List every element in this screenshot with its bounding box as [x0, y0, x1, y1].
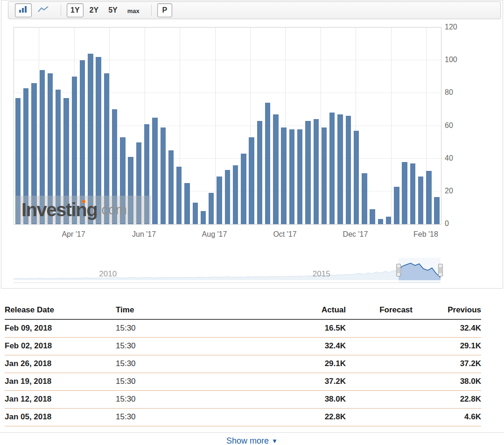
- table-header-row: Release DateTimeActualForecastPrevious: [5, 302, 481, 319]
- h-gridline: [14, 158, 441, 159]
- range-2y-button[interactable]: 2Y: [86, 3, 103, 17]
- y-axis-label: 120: [445, 23, 463, 31]
- bar[interactable]: [257, 121, 262, 224]
- bar[interactable]: [265, 103, 270, 224]
- bar[interactable]: [402, 162, 407, 224]
- y-axis-label: 60: [445, 121, 463, 130]
- bar[interactable]: [378, 219, 383, 224]
- bar[interactable]: [209, 193, 214, 224]
- bar[interactable]: [249, 137, 254, 224]
- x-axis-label: Dec '17: [334, 230, 376, 239]
- chart-toolbar: 1Y 2Y 5Y max P: [8, 1, 501, 19]
- bar[interactable]: [152, 118, 157, 224]
- bar[interactable]: [289, 129, 294, 224]
- bar[interactable]: [201, 211, 206, 224]
- cell-actual: 38.0K: [252, 391, 346, 409]
- y-axis-label: 20: [445, 187, 463, 195]
- y-axis-label: 0: [445, 219, 463, 228]
- bar[interactable]: [305, 121, 310, 224]
- cell-actual: 16.5K: [252, 319, 346, 338]
- bar[interactable]: [337, 114, 343, 224]
- bar[interactable]: [354, 131, 359, 224]
- toolbar-separator: [151, 5, 152, 16]
- range-1y-button[interactable]: 1Y: [67, 3, 84, 17]
- table-row: Jan 26, 201815:3029.1K37.2K: [5, 355, 481, 373]
- bar[interactable]: [161, 127, 166, 224]
- v-gridline: [215, 28, 216, 224]
- bar[interactable]: [184, 183, 189, 224]
- chart-type-line-button[interactable]: [34, 3, 53, 17]
- bar[interactable]: [362, 173, 367, 224]
- cell-previous: 32.4K: [413, 319, 481, 338]
- cell-previous: 29.1K: [413, 338, 481, 355]
- navigator-right-handle[interactable]: [438, 264, 443, 276]
- watermark-brand: Investing: [21, 200, 97, 219]
- bar[interactable]: [281, 127, 286, 224]
- show-more-label: Show more: [226, 436, 269, 445]
- cell-actual: 32.4K: [252, 338, 346, 355]
- table-row: Jan 12, 201815:3038.0K22.8K: [5, 391, 481, 409]
- show-more-button[interactable]: Show more ▼: [0, 432, 504, 445]
- toolbar-separator: [61, 5, 61, 16]
- cell-release-date: Feb 02, 2018: [5, 338, 116, 355]
- cell-release-date: Jan 05, 2018: [5, 409, 116, 426]
- watermark-suffix: .com: [98, 202, 127, 218]
- bar[interactable]: [370, 209, 375, 224]
- bar[interactable]: [418, 177, 423, 224]
- bar[interactable]: [329, 113, 335, 224]
- bar[interactable]: [386, 217, 391, 224]
- y-axis-label: 40: [445, 154, 463, 162]
- cell-release-date: Jan 12, 2018: [5, 391, 116, 409]
- bar[interactable]: [410, 163, 415, 225]
- bar[interactable]: [217, 177, 222, 224]
- cell-forecast: [346, 319, 413, 338]
- range-5y-button[interactable]: 5Y: [105, 3, 121, 17]
- navigator[interactable]: 20102015: [14, 258, 441, 283]
- cell-time: 15:30: [116, 355, 252, 373]
- x-axis-label: Jun '17: [123, 230, 165, 239]
- bar[interactable]: [176, 167, 182, 224]
- cell-previous: 37.2K: [413, 355, 481, 373]
- bar[interactable]: [322, 127, 327, 224]
- bar[interactable]: [434, 197, 439, 224]
- bar[interactable]: [426, 171, 431, 224]
- bar[interactable]: [394, 187, 399, 224]
- bar[interactable]: [297, 129, 302, 224]
- cell-time: 15:30: [116, 373, 252, 391]
- navigator-mini-chart: [14, 258, 441, 283]
- cell-time: 15:30: [116, 338, 252, 355]
- cell-actual: 37.2K: [252, 373, 346, 391]
- bar[interactable]: [168, 150, 174, 224]
- v-gridline: [391, 28, 392, 224]
- history-table: Release DateTimeActualForecastPreviousFe…: [5, 302, 481, 426]
- chart-type-bar-button[interactable]: [15, 3, 32, 17]
- x-axis-label: Apr '17: [53, 230, 95, 239]
- table-row: Feb 09, 201815:3016.5K32.4K: [5, 319, 481, 338]
- bar[interactable]: [193, 203, 198, 224]
- bar[interactable]: [314, 119, 319, 224]
- range-max-button[interactable]: max: [124, 3, 143, 17]
- h-gridline: [14, 126, 441, 126]
- cell-release-date: Jan 19, 2018: [5, 373, 116, 391]
- cell-forecast: [346, 373, 413, 391]
- column-header-release-date: Release Date: [5, 302, 116, 319]
- p-button[interactable]: P: [157, 3, 172, 17]
- table-row: Jan 19, 201815:3037.2K38.0K: [5, 373, 481, 391]
- cell-time: 15:30: [116, 409, 252, 426]
- bar[interactable]: [241, 154, 246, 224]
- column-header-time: Time: [116, 302, 252, 319]
- cell-forecast: [346, 391, 413, 409]
- line-chart-icon: [38, 6, 49, 15]
- bar[interactable]: [346, 116, 351, 224]
- cell-time: 15:30: [116, 391, 252, 409]
- bar[interactable]: [233, 165, 238, 224]
- column-header-actual: Actual: [252, 302, 346, 319]
- plot-area: Investing.com: [14, 27, 441, 225]
- chevron-down-icon: ▼: [272, 438, 278, 444]
- navigator-left-handle[interactable]: [396, 264, 401, 276]
- bar[interactable]: [225, 170, 230, 224]
- bar[interactable]: [273, 114, 278, 224]
- cell-release-date: Jan 26, 2018: [5, 355, 116, 373]
- column-header-previous: Previous: [413, 302, 481, 319]
- y-axis-label: 80: [445, 88, 463, 97]
